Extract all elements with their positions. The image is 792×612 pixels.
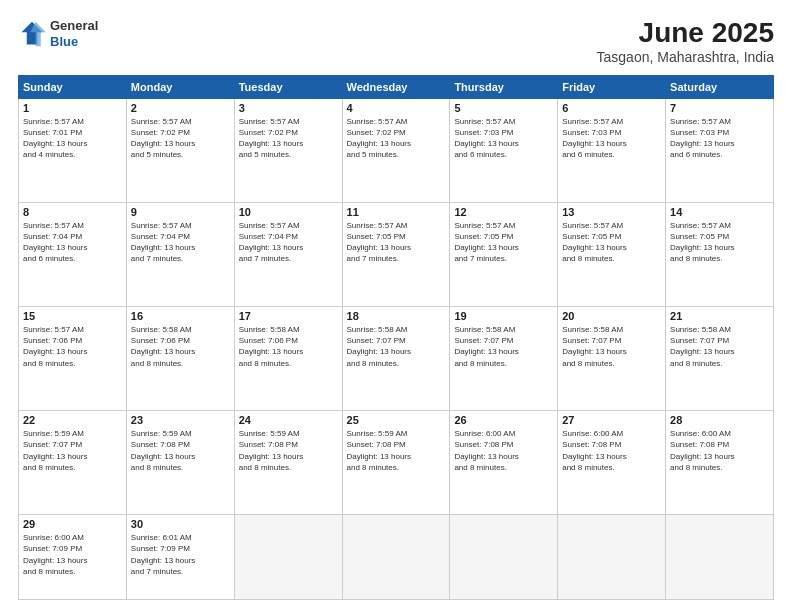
day-8: 8 Sunrise: 5:57 AMSunset: 7:04 PMDayligh… xyxy=(19,202,127,306)
logo-line2: Blue xyxy=(50,34,98,50)
logo-icon xyxy=(18,20,46,48)
empty-cell-5 xyxy=(666,515,774,600)
day-29: 29 Sunrise: 6:00 AMSunset: 7:09 PMDaylig… xyxy=(19,515,127,600)
header-friday: Friday xyxy=(558,75,666,98)
empty-cell-1 xyxy=(234,515,342,600)
header-monday: Monday xyxy=(126,75,234,98)
day-6: 6 Sunrise: 5:57 AMSunset: 7:03 PMDayligh… xyxy=(558,98,666,202)
empty-cell-4 xyxy=(558,515,666,600)
day-9: 9 Sunrise: 5:57 AMSunset: 7:04 PMDayligh… xyxy=(126,202,234,306)
header-sunday: Sunday xyxy=(19,75,127,98)
day-17: 17 Sunrise: 5:58 AMSunset: 7:06 PMDaylig… xyxy=(234,307,342,411)
day-20: 20 Sunrise: 5:58 AMSunset: 7:07 PMDaylig… xyxy=(558,307,666,411)
day-13: 13 Sunrise: 5:57 AMSunset: 7:05 PMDaylig… xyxy=(558,202,666,306)
day-24: 24 Sunrise: 5:59 AMSunset: 7:08 PMDaylig… xyxy=(234,411,342,515)
day-30: 30 Sunrise: 6:01 AMSunset: 7:09 PMDaylig… xyxy=(126,515,234,600)
header-thursday: Thursday xyxy=(450,75,558,98)
day-27: 27 Sunrise: 6:00 AMSunset: 7:08 PMDaylig… xyxy=(558,411,666,515)
day-23: 23 Sunrise: 5:59 AMSunset: 7:08 PMDaylig… xyxy=(126,411,234,515)
day-21: 21 Sunrise: 5:58 AMSunset: 7:07 PMDaylig… xyxy=(666,307,774,411)
day-28: 28 Sunrise: 6:00 AMSunset: 7:08 PMDaylig… xyxy=(666,411,774,515)
empty-cell-2 xyxy=(342,515,450,600)
header-saturday: Saturday xyxy=(666,75,774,98)
day-14: 14 Sunrise: 5:57 AMSunset: 7:05 PMDaylig… xyxy=(666,202,774,306)
page: General Blue June 2025 Tasgaon, Maharash… xyxy=(0,0,792,612)
day-2: 2 Sunrise: 5:57 AMSunset: 7:02 PMDayligh… xyxy=(126,98,234,202)
day-19: 19 Sunrise: 5:58 AMSunset: 7:07 PMDaylig… xyxy=(450,307,558,411)
main-title: June 2025 xyxy=(597,18,774,49)
header: General Blue June 2025 Tasgaon, Maharash… xyxy=(18,18,774,65)
calendar-table: Sunday Monday Tuesday Wednesday Thursday… xyxy=(18,75,774,600)
title-block: June 2025 Tasgaon, Maharashtra, India xyxy=(597,18,774,65)
day-1: 1 Sunrise: 5:57 AMSunset: 7:01 PMDayligh… xyxy=(19,98,127,202)
week-row-5: 29 Sunrise: 6:00 AMSunset: 7:09 PMDaylig… xyxy=(19,515,774,600)
logo: General Blue xyxy=(18,18,98,49)
logo-text: General Blue xyxy=(50,18,98,49)
day-25: 25 Sunrise: 5:59 AMSunset: 7:08 PMDaylig… xyxy=(342,411,450,515)
week-row-2: 8 Sunrise: 5:57 AMSunset: 7:04 PMDayligh… xyxy=(19,202,774,306)
day-26: 26 Sunrise: 6:00 AMSunset: 7:08 PMDaylig… xyxy=(450,411,558,515)
day-7: 7 Sunrise: 5:57 AMSunset: 7:03 PMDayligh… xyxy=(666,98,774,202)
day-11: 11 Sunrise: 5:57 AMSunset: 7:05 PMDaylig… xyxy=(342,202,450,306)
header-tuesday: Tuesday xyxy=(234,75,342,98)
day-5: 5 Sunrise: 5:57 AMSunset: 7:03 PMDayligh… xyxy=(450,98,558,202)
subtitle: Tasgaon, Maharashtra, India xyxy=(597,49,774,65)
week-row-4: 22 Sunrise: 5:59 AMSunset: 7:07 PMDaylig… xyxy=(19,411,774,515)
day-10: 10 Sunrise: 5:57 AMSunset: 7:04 PMDaylig… xyxy=(234,202,342,306)
day-22: 22 Sunrise: 5:59 AMSunset: 7:07 PMDaylig… xyxy=(19,411,127,515)
day-18: 18 Sunrise: 5:58 AMSunset: 7:07 PMDaylig… xyxy=(342,307,450,411)
header-wednesday: Wednesday xyxy=(342,75,450,98)
empty-cell-3 xyxy=(450,515,558,600)
week-row-3: 15 Sunrise: 5:57 AMSunset: 7:06 PMDaylig… xyxy=(19,307,774,411)
day-3: 3 Sunrise: 5:57 AMSunset: 7:02 PMDayligh… xyxy=(234,98,342,202)
logo-line1: General xyxy=(50,18,98,34)
day-12: 12 Sunrise: 5:57 AMSunset: 7:05 PMDaylig… xyxy=(450,202,558,306)
calendar-header-row: Sunday Monday Tuesday Wednesday Thursday… xyxy=(19,75,774,98)
day-16: 16 Sunrise: 5:58 AMSunset: 7:06 PMDaylig… xyxy=(126,307,234,411)
day-4: 4 Sunrise: 5:57 AMSunset: 7:02 PMDayligh… xyxy=(342,98,450,202)
week-row-1: 1 Sunrise: 5:57 AMSunset: 7:01 PMDayligh… xyxy=(19,98,774,202)
day-15: 15 Sunrise: 5:57 AMSunset: 7:06 PMDaylig… xyxy=(19,307,127,411)
